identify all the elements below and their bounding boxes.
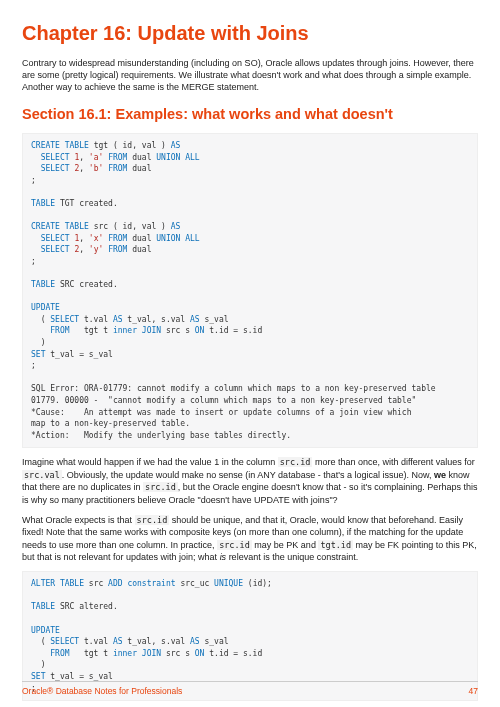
page-footer: Oracle® Database Notes for Professionals… (22, 681, 478, 697)
page-number: 47 (469, 686, 478, 697)
footer-title: Oracle® Database Notes for Professionals (22, 686, 182, 697)
section-title: Section 16.1: Examples: what works and w… (22, 105, 478, 125)
intro-paragraph: Contrary to widespread misunderstanding … (22, 57, 478, 93)
explain-paragraph-2: What Oracle expects is that src.id shoul… (22, 514, 478, 563)
explain-paragraph-1: Imagine what would happen if we had the … (22, 456, 478, 506)
chapter-title: Chapter 16: Update with Joins (22, 20, 478, 47)
code-block-1: CREATE TABLE tgt ( id, val ) AS SELECT 1… (22, 133, 478, 448)
